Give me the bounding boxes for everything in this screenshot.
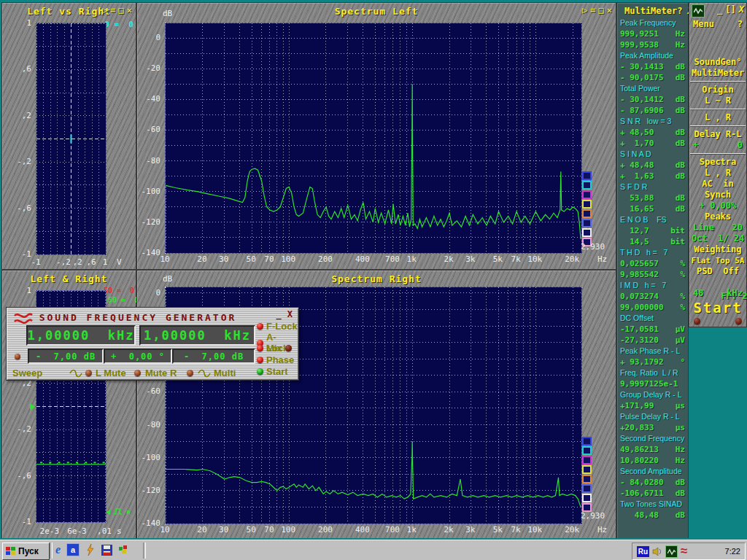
app-icon[interactable] [692, 4, 705, 18]
help-icon[interactable]: ? [677, 6, 682, 16]
lr-button[interactable]: L , R [689, 112, 746, 123]
frequency-display-right[interactable]: 1,00000 kHz [139, 325, 255, 346]
marker-square[interactable] [582, 475, 592, 483]
phase-led[interactable] [257, 357, 263, 363]
amplitude-display-right[interactable]: - 7,00 dB [172, 349, 255, 364]
lightning-icon[interactable] [85, 544, 96, 556]
amp-led[interactable] [15, 354, 20, 359]
l-mute-label[interactable]: L Mute [96, 368, 126, 378]
start-control[interactable]: Start [257, 366, 288, 377]
sync-percent[interactable]: + 0,00% [689, 201, 746, 211]
trigger-level-marker[interactable] [30, 403, 35, 411]
speaker-icon[interactable] [652, 547, 662, 556]
frequency-display-left[interactable]: 1,00000 kHz [26, 325, 136, 346]
minimize-icon[interactable]: _ [276, 309, 282, 319]
marker-square[interactable] [582, 484, 592, 493]
meter-label: S I N A D [617, 149, 688, 160]
close-icon[interactable]: ✕ [127, 5, 132, 15]
multi-led[interactable] [187, 370, 193, 376]
spectrum-left-plot[interactable] [165, 23, 582, 254]
led-left[interactable] [694, 318, 700, 324]
multimeter-panel: MultiMeter ? X Peak Frequency999,9251Hz9… [616, 2, 689, 540]
led-right[interactable] [735, 318, 742, 324]
l-mute-led[interactable] [85, 370, 92, 376]
floppy-icon[interactable] [101, 545, 112, 556]
marker-square[interactable] [582, 494, 592, 502]
language-indicator[interactable]: Ru [637, 546, 649, 557]
marker-square[interactable] [582, 181, 592, 190]
mute-r-led[interactable] [134, 370, 141, 376]
marker-square[interactable] [582, 171, 592, 180]
marker-square[interactable] [582, 228, 592, 237]
marker-square[interactable] [582, 190, 592, 199]
minimize-icon[interactable]: _ [717, 4, 722, 15]
origin-label[interactable]: Origin [689, 85, 746, 96]
fft-size-button[interactable]: FFT 214 [689, 277, 746, 288]
pulse-icon[interactable] [113, 508, 123, 516]
octave-button[interactable]: Oct 1/ 24 [689, 233, 746, 244]
xy-scope-plot[interactable] [36, 23, 107, 255]
f-lock-control[interactable]: F-Lock [257, 321, 298, 332]
marker-square[interactable] [582, 209, 592, 218]
marker-square[interactable] [582, 446, 592, 455]
ac-in-button[interactable]: AC in [689, 179, 746, 190]
app-a-icon[interactable]: a [66, 543, 80, 556]
amplitude-display-left[interactable]: - 7,00 dB [28, 349, 104, 364]
phase-display[interactable]: + 0,00 ° [104, 349, 172, 364]
marker-square[interactable] [582, 200, 592, 209]
maximize-icon[interactable]: □ [119, 5, 124, 15]
minimize-icon[interactable]: = [110, 5, 115, 15]
play-icon[interactable]: ▷ [582, 5, 587, 15]
spectra-label[interactable]: Spectra [689, 157, 746, 168]
maximize-icon[interactable]: □ [599, 5, 604, 15]
delay-plus[interactable]: + [693, 140, 698, 151]
origin-mode-button[interactable]: L ~ R [689, 96, 746, 106]
multimeter-button[interactable]: MultiMeter [689, 68, 746, 79]
start-button[interactable]: Пуск [2, 542, 50, 560]
marker-color-stack[interactable] [582, 437, 592, 512]
media-app-icon[interactable] [118, 545, 128, 555]
dot-icon[interactable]: ▪ [126, 508, 131, 516]
sine-icon-right[interactable] [198, 369, 211, 378]
generator-tray-icon[interactable]: ≈ [681, 548, 687, 555]
spectra-mode-button[interactable]: L , R [689, 168, 746, 179]
play-icon[interactable]: ▷ [102, 5, 107, 15]
close-icon[interactable]: ✕ [607, 5, 612, 15]
sweep-button[interactable]: Sweep [12, 368, 42, 378]
marker-color-stack[interactable] [582, 171, 592, 246]
close-icon[interactable]: X [739, 4, 744, 15]
peaks-button[interactable]: Peaks [689, 211, 746, 222]
f-lock-led[interactable] [257, 323, 263, 330]
marker-square[interactable] [582, 456, 592, 464]
help-icon[interactable]: ? [738, 19, 743, 29]
weighting-value[interactable]: Flat Top 5A [689, 255, 746, 266]
start-button[interactable]: Start [689, 299, 746, 316]
start-led[interactable] [257, 368, 263, 375]
analyzer-tray-icon[interactable] [665, 545, 678, 558]
menu-button[interactable]: Menu [693, 19, 714, 29]
internet-explorer-icon[interactable]: e [55, 543, 61, 556]
psd-button[interactable]: PSD Off [689, 266, 746, 277]
marker-square[interactable] [582, 219, 592, 228]
delay-value-row[interactable]: + 0 [689, 140, 746, 151]
line-row[interactable]: Line 20 [689, 222, 746, 233]
minimize-icon[interactable]: = [590, 5, 595, 15]
multi-label[interactable]: Multi [214, 368, 236, 378]
maximize-icon[interactable]: [] [725, 4, 735, 15]
prev-icon[interactable]: ◀ [106, 508, 110, 516]
separator [690, 153, 746, 155]
meter-label: DC Offset [617, 313, 688, 324]
mute-r-label[interactable]: Mute R [145, 368, 177, 378]
delay-label[interactable]: Delay R-L [689, 129, 746, 140]
soundgen-button[interactable]: SoundGen° [689, 57, 746, 68]
close-icon[interactable]: X [287, 309, 293, 319]
marker-square[interactable] [582, 465, 592, 474]
synch-button[interactable]: Synch [689, 190, 746, 201]
sine-icon-left[interactable] [69, 369, 82, 378]
mix-control[interactable]: Mix [257, 343, 292, 354]
mix-aux-led[interactable] [285, 345, 292, 351]
weighting-label[interactable]: Weighting [689, 244, 746, 255]
phase-control[interactable]: Phase [257, 354, 294, 365]
marker-square[interactable] [582, 437, 592, 446]
mix-led[interactable] [257, 345, 263, 351]
